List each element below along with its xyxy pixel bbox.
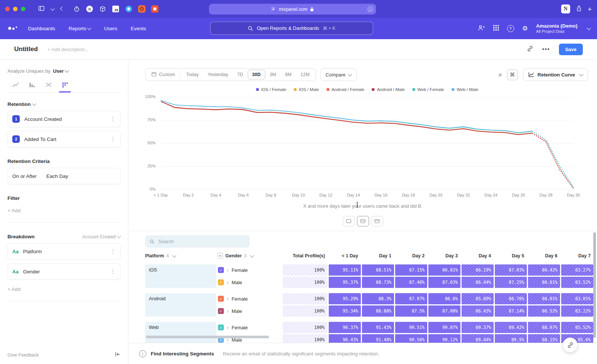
blue-extension-icon[interactable]: [125, 5, 133, 13]
gender-label: Female: [232, 325, 248, 330]
search-icon: [248, 26, 253, 31]
js-extension-icon[interactable]: JS: [112, 5, 120, 13]
range-today[interactable]: Today: [182, 70, 203, 79]
range-6m[interactable]: 6M: [281, 70, 296, 79]
window-minimize-button[interactable]: [13, 7, 18, 11]
cube-extension-icon[interactable]: [99, 5, 107, 13]
add-breakdown-button[interactable]: + Add: [7, 286, 121, 301]
legend-item[interactable]: iOS / Female: [256, 87, 286, 92]
retention-section-title[interactable]: Retention: [7, 101, 121, 107]
retention-step[interactable]: 2Added To Cart⋮: [7, 131, 121, 147]
breakdown-item[interactable]: AaPlatform⋮: [7, 243, 121, 260]
table-search-input[interactable]: [158, 238, 245, 245]
tab-flows[interactable]: [40, 79, 57, 92]
apps-grid-icon[interactable]: [493, 25, 499, 32]
window-zoom-button[interactable]: [21, 7, 25, 11]
expand-row-icon[interactable]: ›: [227, 324, 229, 330]
expand-row-icon[interactable]: ›: [227, 279, 229, 285]
back-icon[interactable]: [60, 6, 64, 10]
range-yesterday[interactable]: Yesterday: [203, 70, 232, 79]
analyze-entity-dropdown[interactable]: User: [53, 68, 68, 74]
range-3m[interactable]: 3M: [265, 70, 281, 79]
gender-checkbox[interactable]: ✓: [218, 308, 224, 314]
find-segments-title[interactable]: Find Interesting Segments: [151, 351, 214, 357]
gender-checkbox[interactable]: ✓: [218, 296, 224, 302]
legend-item[interactable]: Android / Female: [326, 87, 365, 92]
legend-item[interactable]: Web / Male: [451, 87, 478, 92]
hash-display-toggle[interactable]: #: [498, 72, 501, 78]
legend-item[interactable]: iOS / Male: [294, 87, 319, 92]
global-search[interactable]: Open Reports & Dashboards ⌘ + K: [210, 22, 373, 35]
expand-row-icon[interactable]: ›: [227, 308, 229, 314]
table-only-view-button[interactable]: [371, 216, 383, 226]
notion-icon[interactable]: N: [561, 4, 570, 13]
legend-item[interactable]: Android / Male: [372, 87, 404, 92]
step-menu-icon[interactable]: ⋮: [110, 136, 116, 142]
n-extension-icon[interactable]: n: [85, 5, 94, 13]
tab-funnels[interactable]: [24, 79, 40, 92]
mixpanel-favicon: [271, 7, 276, 12]
data-governance-icon[interactable]: [478, 25, 485, 32]
more-actions-icon[interactable]: •••: [542, 46, 550, 53]
horizontal-scrollbar[interactable]: [146, 336, 269, 338]
split-view-button[interactable]: [357, 216, 369, 226]
gender-checkbox[interactable]: ✓: [218, 279, 224, 285]
retention-step[interactable]: 1Account Created⋮: [7, 111, 121, 127]
add-description-placeholder[interactable]: + Add description...: [47, 47, 89, 52]
compare-button[interactable]: Compare: [321, 68, 357, 81]
orange-extension-icon[interactable]: [138, 5, 146, 13]
breakdown-menu-icon[interactable]: ⋮: [110, 248, 116, 255]
breakdown-menu-icon[interactable]: ⋮: [110, 268, 116, 275]
table-search[interactable]: [145, 235, 250, 248]
command-display-toggle[interactable]: ⌘: [507, 69, 518, 80]
help-icon[interactable]: ?: [507, 25, 514, 32]
report-title[interactable]: Untitled: [14, 46, 38, 53]
red-extension-icon[interactable]: [151, 5, 159, 13]
expand-row-icon[interactable]: ›: [227, 296, 229, 302]
nav-item-reports[interactable]: Reports: [69, 26, 91, 31]
window-close-button[interactable]: [5, 7, 10, 11]
range-30d[interactable]: 30D: [248, 70, 265, 79]
share-icon[interactable]: [576, 5, 582, 13]
platform-column-header[interactable]: Platform4: [145, 253, 216, 258]
gender-select-all-checkbox[interactable]: −: [217, 253, 223, 259]
new-tab-icon[interactable]: +: [588, 6, 592, 13]
breakdown-context-dropdown[interactable]: Account Created: [82, 234, 121, 239]
gender-checkbox[interactable]: ✓: [218, 267, 224, 273]
timer-extension-icon[interactable]: [72, 5, 81, 13]
gender-checkbox[interactable]: ✓: [218, 324, 224, 330]
collapse-sidebar-icon[interactable]: [115, 352, 121, 358]
range-custom[interactable]: Custom: [147, 70, 181, 79]
mixpanel-logo[interactable]: [8, 26, 17, 30]
add-filter-button[interactable]: + Add: [7, 208, 121, 223]
legend-item[interactable]: Web / Female: [412, 87, 444, 92]
criteria-condition[interactable]: On or After: [12, 173, 37, 179]
breakdown-item[interactable]: AaGender⋮: [7, 263, 121, 280]
share-link-button[interactable]: [563, 338, 578, 352]
expand-row-icon[interactable]: ›: [227, 267, 229, 273]
range-7d[interactable]: 7D: [233, 70, 248, 79]
range-12m[interactable]: 12M: [296, 70, 314, 79]
chart-only-view-button[interactable]: [343, 216, 355, 226]
extensions-more-icon[interactable]: …: [367, 6, 374, 13]
project-switcher[interactable]: Amazonia {Demo} All Project Data: [536, 23, 578, 34]
tab-insights[interactable]: [7, 79, 24, 92]
nav-item-users[interactable]: Users: [104, 26, 117, 31]
tab-retention[interactable]: [57, 79, 73, 92]
y-tick-label: 50%: [147, 141, 156, 145]
criteria-interval[interactable]: Each Day: [46, 173, 68, 179]
copy-link-icon[interactable]: [527, 46, 533, 53]
address-bar[interactable]: mixpanel.com …: [209, 4, 376, 15]
gender-column-header[interactable]: −Gender3: [217, 253, 282, 259]
sidebar-toggle-icon[interactable]: [38, 6, 44, 12]
vertical-scrollbar[interactable]: [593, 232, 596, 338]
chevron-down-icon[interactable]: [50, 6, 54, 10]
retention-criteria-card[interactable]: On or After Each Day: [7, 168, 121, 184]
give-feedback-link[interactable]: Give Feedback: [7, 352, 39, 358]
nav-item-events[interactable]: Events: [131, 26, 146, 31]
save-button[interactable]: Save: [559, 44, 583, 55]
nav-item-dashboards[interactable]: Dashboards: [28, 26, 55, 31]
step-menu-icon[interactable]: ⋮: [110, 116, 116, 122]
chart-type-dropdown[interactable]: Retention Curve: [523, 68, 588, 81]
settings-gear-icon[interactable]: ⚙: [522, 25, 528, 32]
